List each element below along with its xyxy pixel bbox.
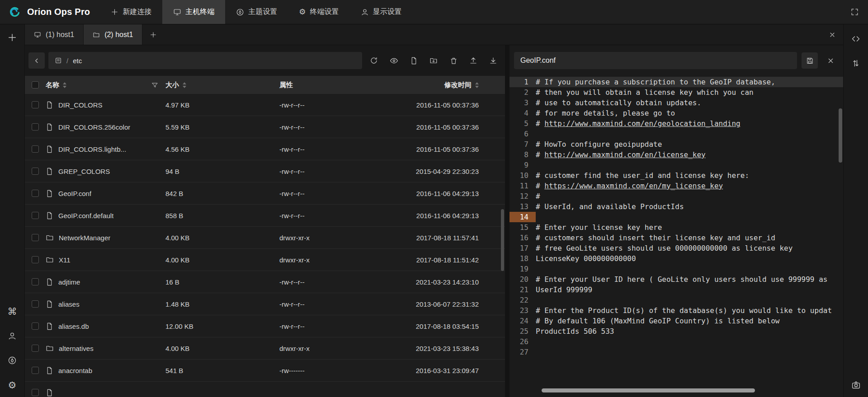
new-file-icon[interactable] [406,52,422,69]
code-line[interactable]: # for more details, please go to [536,108,843,118]
row-checkbox[interactable] [32,300,39,308]
save-button[interactable] [802,52,818,69]
menu-display-settings[interactable]: 显示设置 [350,0,413,24]
code-line[interactable]: # customer find the user_id and license … [536,170,843,181]
file-table-scrollbar[interactable] [501,209,504,271]
code-line[interactable]: # http://www.maxmind.com/en/license_key [536,149,843,160]
tab-host1-terminal[interactable]: (1) host1 [25,24,84,45]
table-row[interactable]: DIR_COLORS.lightb...4.56 KB-rw-r--r--201… [25,138,505,160]
url-link[interactable]: http://www.maxmind.com/en/geolocation_la… [544,119,740,128]
upload-icon[interactable] [465,52,481,69]
row-checkbox[interactable] [32,389,39,396]
code-line[interactable] [536,336,843,347]
column-name[interactable]: 名称 [46,81,165,89]
user-icon[interactable] [8,332,17,341]
add-connection-icon[interactable] [7,33,17,42]
code-line[interactable] [536,295,843,305]
new-folder-icon[interactable] [425,52,442,69]
file-name[interactable]: GREP_COLORS [58,168,110,175]
file-name[interactable]: DIR_COLORS.lightb... [58,145,126,153]
code-content[interactable]: # If you purchase a subscription to the … [536,77,843,397]
url-link[interactable]: https://www.maxmind.com/en/my_license_ke… [544,182,723,190]
menu-theme-settings[interactable]: 主题设置 [225,0,288,24]
row-checkbox[interactable] [32,168,39,175]
sort-icon[interactable] [475,82,479,88]
delete-trash-icon[interactable] [445,52,462,69]
breadcrumb-current[interactable]: etc [73,57,82,65]
close-panel-icon[interactable] [821,24,843,45]
table-row[interactable]: DIR_COLORS.256color5.59 KB-rw-r--r--2016… [25,116,505,138]
file-name[interactable]: GeoIP.conf.default [58,212,113,220]
code-line[interactable] [536,160,843,170]
menu-new-connection[interactable]: 新建连接 [100,0,162,24]
code-line[interactable]: # By default 106 (MaxMind GeoIP Country)… [536,316,843,326]
menu-host-terminal[interactable]: 主机终端 [162,0,225,24]
code-line[interactable]: # Enter the Product ID(s) of the databas… [536,305,843,316]
file-name[interactable]: adjtime [58,278,80,286]
row-checkbox[interactable] [32,190,39,197]
file-name[interactable]: aliases [58,300,80,308]
url-link[interactable]: http://www.maxmind.com/en/license_key [544,150,705,159]
tab-host1-sftp[interactable]: (2) host1 [84,24,142,45]
refresh-icon[interactable] [366,52,382,69]
table-row[interactable]: X114.00 KBdrwxr-xr-x2017-08-18 11:51:42 [25,249,505,271]
new-tab-button[interactable] [142,24,164,45]
code-line[interactable]: # [536,191,843,201]
row-checkbox[interactable] [32,278,39,285]
table-row[interactable]: aliases1.48 KB-rw-r--r--2013-06-07 22:31… [25,293,505,315]
code-line[interactable]: LicenseKey 000000000000 [536,253,843,264]
sort-icon[interactable] [63,82,66,88]
code-line[interactable]: # HowTo configure geoipupdate [536,139,843,149]
file-name[interactable]: aliases.db [58,322,89,330]
table-row[interactable]: GeoIP.conf.default858 B-rw-r--r--2016-11… [25,205,505,227]
gear-icon[interactable]: ⚙ [8,380,17,390]
code-line[interactable]: # If you purchase a subscription to the … [536,77,843,87]
column-mtime[interactable]: 修改时间 [406,81,505,89]
table-row[interactable]: adjtime16 B-rw-r--r--2021-03-23 14:23:10 [25,271,505,293]
table-row[interactable]: alternatives4.00 KBdrwxr-xr-x2021-03-23 … [25,337,505,360]
row-checkbox[interactable] [32,101,39,108]
table-row[interactable]: aliases.db12.00 KB-rw-r--r--2017-08-18 0… [25,315,505,337]
table-row[interactable]: DIR_COLORS4.97 KB-rw-r--r--2016-11-05 00… [25,94,505,116]
code-line[interactable] [536,347,843,357]
preview-eye-icon[interactable] [386,52,402,69]
theme-icon[interactable] [8,356,17,365]
table-row[interactable]: anacrontab541 B-rw-------2016-03-31 23:0… [25,360,505,382]
file-name[interactable]: X11 [59,256,71,264]
row-checkbox[interactable] [32,212,39,219]
code-line[interactable] [536,129,843,139]
code-editor[interactable]: 1234567891011121314151617181920212223242… [509,76,843,397]
code-line[interactable]: # http://www.maxmind.com/en/geolocation_… [536,118,843,129]
code-line[interactable]: # customers should insert their license … [536,233,843,243]
table-row[interactable]: GREP_COLORS94 B-rw-r--r--2015-04-29 22:3… [25,160,505,182]
menu-terminal-settings[interactable]: ⚙ 终端设置 [288,0,349,24]
fullscreen-icon[interactable] [850,8,868,16]
code-line[interactable]: # https://www.maxmind.com/en/my_license_… [536,181,843,191]
download-icon[interactable] [485,52,501,69]
code-line[interactable]: UserId 999999 [536,285,843,295]
file-name[interactable]: DIR_COLORS [58,101,103,109]
editor-horizontal-scrollbar[interactable] [536,388,832,392]
sort-icon[interactable] [183,82,186,88]
row-checkbox[interactable] [32,123,39,131]
select-all-checkbox[interactable] [32,81,39,89]
breadcrumb[interactable]: / etc [48,52,362,69]
file-name[interactable]: NetworkManager [59,234,110,242]
code-line[interactable]: # use to automatically obtain updates. [536,98,843,108]
code-line[interactable]: # Enter your license key here [536,222,843,233]
code-icon[interactable] [851,34,860,43]
code-line[interactable]: ProductIds 506 533 [536,326,843,336]
command-icon[interactable]: ⌘ [8,307,17,316]
code-line[interactable]: # then you will obtain a license key whi… [536,87,843,98]
code-line[interactable]: # Enter your User ID here ( GeoLite only… [536,274,843,285]
file-name[interactable]: anacrontab [58,367,92,374]
file-name[interactable]: alternatives [59,345,94,352]
file-name[interactable]: DIR_COLORS.256color [58,123,130,131]
row-checkbox[interactable] [32,145,39,153]
row-checkbox[interactable] [32,367,39,374]
code-line[interactable]: # UserId, and available ProductIds [536,201,843,212]
editor-vertical-scrollbar[interactable] [839,108,842,163]
table-row-partial[interactable] [25,382,505,397]
row-checkbox[interactable] [32,345,39,352]
code-line[interactable] [536,264,843,274]
